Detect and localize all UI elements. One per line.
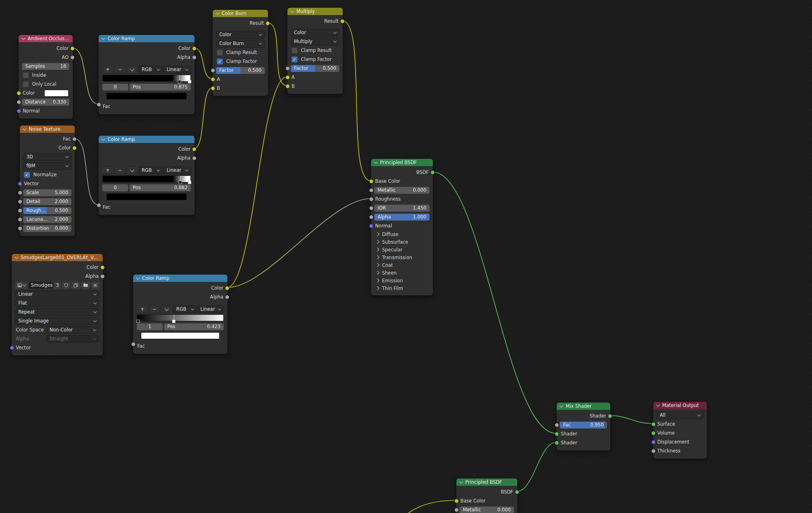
color-ramp-gradient[interactable] [102, 75, 191, 82]
socket-color-output[interactable] [192, 46, 197, 51]
socket-color-input[interactable] [17, 91, 21, 95]
samples-field[interactable]: Samples16 [22, 63, 69, 70]
wire-ramp2-color-to-burn-b[interactable] [194, 88, 212, 149]
alpha-slider[interactable]: Alpha1.000 [374, 214, 430, 221]
socket-alpha-input[interactable] [369, 215, 374, 219]
node-multiply[interactable]: Multiply Result Color Multiply Clamp Res… [287, 7, 343, 94]
section-transmission[interactable]: Transmission [371, 253, 433, 261]
socket-shader1-input[interactable] [555, 432, 559, 436]
socket-metallic-input[interactable] [454, 508, 459, 512]
socket-b-input[interactable] [211, 86, 215, 91]
collapse-chevron-icon[interactable] [22, 36, 26, 40]
socket-alpha-output[interactable] [100, 274, 105, 279]
interpolation-dropdown[interactable]: Linear [163, 167, 191, 174]
wire-bsdf-to-mixshader-1[interactable] [432, 172, 556, 433]
color-mode-dropdown[interactable]: RGB [138, 167, 163, 174]
node-mix-shader[interactable]: Mix Shader Shader Fac0.950 Shader Shader [556, 402, 611, 451]
data-type-dropdown[interactable]: Color [291, 29, 339, 37]
collapse-chevron-icon[interactable] [559, 404, 564, 408]
image-name-field[interactable]: SmudgesLa... [29, 282, 53, 289]
section-emission[interactable]: Emission [371, 277, 433, 284]
stop-position-field[interactable]: Pos0.875 [130, 84, 191, 91]
socket-shader2-input[interactable] [555, 441, 559, 445]
fake-user-button[interactable] [62, 282, 70, 289]
clamp-result-checkbox[interactable] [292, 48, 298, 54]
socket-volume-input[interactable] [651, 431, 656, 435]
socket-thickness-input[interactable] [651, 449, 656, 453]
socket-color-output[interactable] [70, 46, 75, 51]
wire-ramp3-color-to-bsdf-roughness[interactable] [227, 199, 371, 288]
color-stop-tag[interactable] [179, 181, 182, 184]
add-stop-button[interactable]: + [102, 66, 113, 74]
ior-field[interactable]: IOR1.450 [374, 205, 430, 212]
inside-checkbox[interactable] [23, 72, 29, 78]
node-color-burn[interactable]: Color Burn Result Color Color Burn Clamp… [212, 9, 268, 96]
blend-mode-dropdown[interactable]: Color Burn [216, 40, 265, 48]
section-diffuse[interactable]: Diffuse [371, 230, 433, 238]
remove-stop-button[interactable]: − [114, 167, 125, 174]
wire-noise-fac-to-ramp2-fac[interactable] [74, 139, 98, 205]
node-image-texture[interactable]: SmudgesLarge001_OVERLAY_VAR2... Color Al… [11, 253, 103, 356]
add-stop-button[interactable]: + [137, 305, 148, 313]
socket-alpha-output[interactable] [225, 295, 229, 299]
color-stop-tag[interactable] [136, 320, 140, 323]
blend-mode-dropdown[interactable]: Multiply [291, 38, 339, 45]
socket-a-input[interactable] [211, 77, 215, 82]
collapse-chevron-icon[interactable] [102, 36, 106, 40]
node-color-ramp-2[interactable]: Color Ramp Color Alpha + − RGB Linear 0 … [98, 135, 195, 215]
node-header[interactable]: Color Burn [213, 10, 268, 17]
socket-color-output[interactable] [192, 147, 197, 152]
collapse-chevron-icon[interactable] [15, 255, 19, 259]
node-header[interactable]: Color Ramp [99, 35, 194, 42]
lacunarity-field[interactable]: Lacuna...2.000 [23, 216, 71, 223]
color-mode-dropdown[interactable]: RGB [138, 66, 163, 74]
socket-ao-output[interactable] [70, 55, 75, 60]
wire-ramp1-color-to-burn-a[interactable] [194, 48, 212, 79]
socket-fac-input[interactable] [555, 423, 559, 427]
ramp-options-button[interactable] [127, 66, 138, 74]
projection-dropdown[interactable]: Flat [15, 299, 99, 307]
node-header[interactable]: SmudgesLarge001_OVERLAY_VAR2... [12, 254, 103, 261]
stop-position-field[interactable]: Pos0.423 [164, 323, 224, 330]
collapse-chevron-icon[interactable] [216, 11, 220, 15]
socket-alpha-output[interactable] [192, 156, 197, 160]
stop-color-swatch[interactable] [141, 332, 220, 339]
wire-multiply-result-to-bsdf-basecolor[interactable] [342, 21, 371, 181]
socket-displacement-input[interactable] [651, 440, 656, 444]
wire-burn-result-to-multiply-b[interactable] [268, 23, 287, 86]
unlink-image-button[interactable] [91, 282, 99, 289]
socket-shader-output[interactable] [608, 414, 612, 418]
collapse-chevron-icon[interactable] [656, 403, 660, 407]
color-swatch[interactable] [44, 90, 69, 97]
stop-index-field[interactable]: 0 [102, 184, 128, 191]
node-header[interactable]: Noise Texture [20, 126, 75, 133]
color-stop-tag[interactable] [178, 80, 181, 83]
section-sheen[interactable]: Sheen [371, 269, 433, 277]
collapse-chevron-icon[interactable] [459, 480, 463, 484]
detail-field[interactable]: Detail2.000 [23, 198, 71, 205]
socket-roughness-input[interactable] [18, 208, 22, 213]
stop-color-swatch[interactable] [106, 193, 187, 200]
socket-lacunarity-input[interactable] [18, 217, 22, 222]
roughness-field[interactable]: Rough...0.500 [23, 207, 71, 214]
extension-dropdown[interactable]: Repeat [15, 308, 99, 316]
socket-base-color-input[interactable] [454, 499, 459, 503]
socket-normal-input[interactable] [17, 109, 21, 113]
socket-surface-input[interactable] [651, 422, 656, 426]
duplicate-image-button[interactable] [71, 282, 80, 289]
socket-roughness-input[interactable] [369, 197, 374, 201]
socket-distortion-input[interactable] [18, 226, 22, 231]
factor-slider[interactable]: Factor0.500 [291, 65, 339, 72]
factor-slider[interactable]: Factor0.500 [216, 67, 265, 74]
stop-color-swatch[interactable] [106, 93, 187, 100]
node-color-ramp-1[interactable]: Color Ramp Color Alpha + − RGB Linear 0 … [98, 35, 195, 115]
node-header[interactable]: Color Ramp [133, 275, 227, 282]
socket-result-output[interactable] [340, 19, 345, 24]
metallic-field[interactable]: Metallic0.000 [374, 187, 430, 194]
socket-fac-input[interactable] [97, 203, 101, 208]
color-ramp-gradient[interactable] [137, 314, 224, 321]
wire-bsdf2-to-mixshader-2[interactable] [517, 442, 556, 491]
socket-color-output[interactable] [225, 286, 229, 290]
collapse-chevron-icon[interactable] [136, 276, 140, 280]
node-header[interactable]: Mix Shader [557, 403, 610, 410]
